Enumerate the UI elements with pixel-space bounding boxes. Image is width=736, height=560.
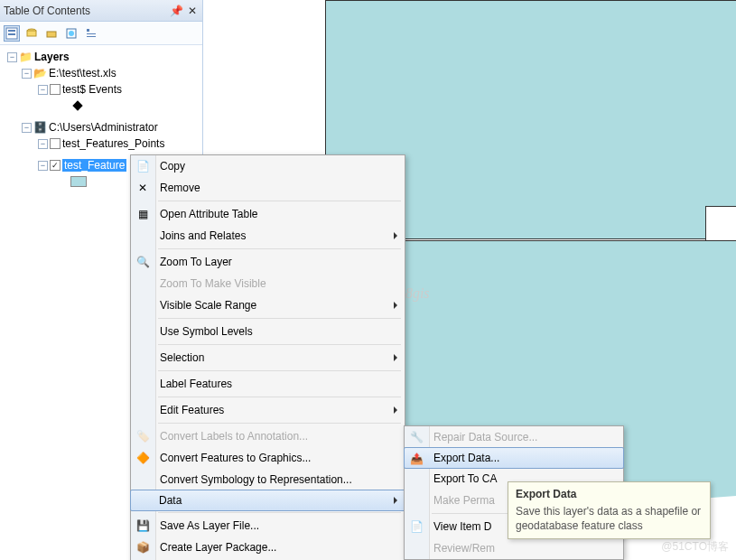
menu-visible-scale-label: Visible Scale Range (160, 299, 256, 312)
layers-root[interactable]: − 📁 Layers (2, 49, 200, 65)
menu-create-pkg-label: Create Layer Package... (160, 541, 276, 554)
menu-selection-label: Selection (160, 351, 204, 364)
menu-open-attr-label: Open Attribute Table (160, 208, 258, 220)
layer-context-menu: 📄 Copy ✕ Remove ▦ Open Attribute Table J… (130, 154, 405, 560)
watermark-cto: @51CTO博客 (661, 539, 729, 555)
point-symbol-icon (72, 100, 82, 110)
menu-data[interactable]: Data (130, 490, 405, 511)
tooltip-description: Save this layer's data as a shapefile or… (516, 504, 703, 533)
submenu-export-cad-label: Export To CA (433, 472, 497, 485)
ds2-path-label: C:\Users\Administrator (49, 121, 158, 134)
visibility-checkbox[interactable] (50, 84, 61, 95)
expander-icon[interactable]: − (38, 85, 48, 95)
submenu-arrow-icon (394, 302, 397, 309)
submenu-arrow-icon (394, 497, 397, 504)
package-icon: 📦 (135, 540, 150, 555)
close-icon[interactable]: ✕ (186, 5, 199, 17)
menu-symbol-levels-label: Use Symbol Levels (160, 325, 253, 338)
menu-label-features[interactable]: Label Features (131, 373, 405, 395)
pin-icon[interactable]: 📌 (170, 5, 182, 17)
menu-zoom-layer-label: Zoom To Layer (160, 256, 232, 268)
menu-edit-features[interactable]: Edit Features (131, 399, 405, 421)
menu-data-label: Data (159, 494, 182, 507)
datasource-1[interactable]: − 📂 E:\test\test.xls (2, 65, 200, 81)
menu-convert-symbology-label: Convert Symbology to Representation... (160, 473, 352, 486)
visibility-checkbox[interactable] (50, 160, 61, 171)
submenu-export-data-label: Export Data... (433, 452, 499, 464)
menu-visible-scale-range[interactable]: Visible Scale Range (131, 294, 405, 316)
layers-icon: 📁 (19, 51, 33, 63)
menu-remove-label: Remove (160, 182, 200, 194)
submenu-review-label: Review/Rem (433, 542, 495, 555)
geodatabase-icon: 🗄️ (33, 121, 47, 134)
repair-icon: 🔧 (409, 430, 424, 444)
options-icon[interactable] (83, 25, 99, 42)
menu-zoom-visible-label: Zoom To Make Visible (160, 277, 266, 290)
menu-zoom-to-layer[interactable]: 🔍 Zoom To Layer (131, 251, 405, 273)
menu-convert-graphics[interactable]: 🔶 Convert Features to Graphics... (131, 447, 405, 469)
menu-convert-graphics-label: Convert Features to Graphics... (160, 452, 311, 464)
svg-rect-1 (8, 30, 15, 32)
menu-convert-symbology[interactable]: Convert Symbology to Representation... (131, 469, 405, 490)
ds2-layer1-label: test_Features_Points (62, 137, 164, 150)
menu-copy-label: Copy (160, 160, 185, 173)
remove-icon: ✕ (135, 181, 150, 195)
expander-icon[interactable]: − (22, 69, 32, 79)
list-by-visibility-icon[interactable] (43, 25, 60, 42)
submenu-arrow-icon (394, 232, 397, 239)
submenu-repair-data-source: 🔧 Repair Data Source... (405, 426, 623, 448)
submenu-repair-label: Repair Data Source... (433, 431, 537, 443)
svg-point-7 (69, 31, 74, 36)
toc-title: Table Of Contents (4, 5, 170, 17)
expander-icon[interactable]: − (38, 161, 48, 171)
submenu-view-desc-label: View Item D (433, 520, 491, 533)
menu-create-layer-package[interactable]: 📦 Create Layer Package... (131, 537, 405, 558)
ds1-path-label: E:\test\test.xls (49, 67, 116, 79)
graphics-icon: 🔶 (135, 451, 150, 465)
toc-header: Table Of Contents 📌 ✕ (0, 0, 202, 22)
ds2-layer2-label: test_Feature (62, 159, 126, 172)
export-icon: 📤 (409, 452, 424, 466)
submenu-export-data[interactable]: 📤 Export Data... (404, 447, 624, 469)
menu-zoom-visible: Zoom To Make Visible (131, 273, 405, 294)
expander-icon[interactable]: − (7, 52, 17, 62)
submenu-review: Review/Rem (405, 537, 623, 559)
menu-remove[interactable]: ✕ Remove (131, 177, 405, 199)
svg-rect-8 (87, 29, 89, 32)
menu-joins-relates[interactable]: Joins and Relates (131, 225, 405, 247)
svg-rect-5 (47, 32, 56, 37)
visibility-checkbox[interactable] (50, 138, 61, 149)
expander-icon[interactable]: − (22, 123, 32, 133)
datasource-2[interactable]: − 🗄️ C:\Users\Administrator (2, 119, 200, 135)
layers-root-label: Layers (34, 51, 70, 63)
svg-rect-2 (8, 33, 15, 35)
annotation-icon: 🏷️ (135, 429, 150, 443)
menu-use-symbol-levels[interactable]: Use Symbol Levels (131, 321, 405, 342)
submenu-make-perm-label: Make Perma (433, 494, 495, 507)
ds1-layer[interactable]: − test$ Events (2, 81, 200, 98)
ds2-layer1[interactable]: − test_Features_Points (2, 135, 200, 152)
menu-save-layer-file[interactable]: 💾 Save As Layer File... (131, 515, 405, 537)
list-by-source-icon[interactable] (23, 25, 40, 42)
submenu-arrow-icon (394, 354, 397, 361)
table-icon: ▦ (135, 207, 150, 221)
menu-convert-labels: 🏷️ Convert Labels to Annotation... (131, 425, 405, 447)
document-icon: 📄 (409, 519, 424, 534)
expander-icon[interactable]: − (38, 139, 48, 149)
menu-convert-labels-label: Convert Labels to Annotation... (160, 430, 308, 443)
save-icon: 💾 (135, 518, 150, 533)
tooltip-export-data: Export Data Save this layer's data as a … (508, 481, 711, 539)
ds1-symbol (2, 98, 200, 114)
submenu-arrow-icon (394, 406, 397, 414)
folder-icon: 📂 (33, 67, 47, 79)
menu-selection[interactable]: Selection (131, 347, 405, 369)
ds1-layer-label: test$ Events (62, 83, 122, 96)
menu-joins-label: Joins and Relates (160, 229, 246, 242)
toc-toolbar (0, 22, 202, 45)
menu-open-attribute-table[interactable]: ▦ Open Attribute Table (131, 203, 405, 225)
svg-rect-4 (27, 31, 36, 36)
menu-copy[interactable]: 📄 Copy (131, 155, 405, 177)
list-by-selection-icon[interactable] (63, 25, 79, 42)
menu-save-lyr-label: Save As Layer File... (160, 519, 259, 532)
list-by-drawing-icon[interactable] (4, 25, 20, 42)
